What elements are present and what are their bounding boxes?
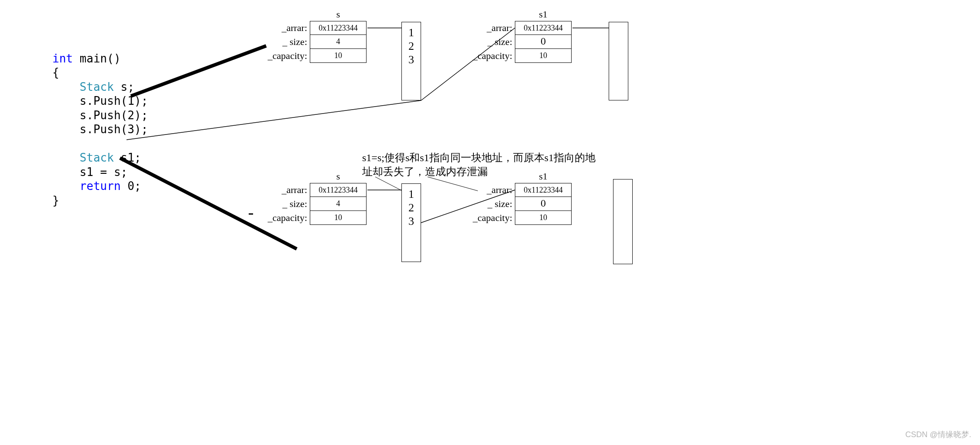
value-arrar: 0x11223344 bbox=[310, 183, 367, 197]
label-capacity: _capacity: bbox=[257, 50, 310, 62]
value-size: 0 bbox=[515, 197, 572, 211]
struct-s1-top: s1 _arrar: 0x11223344 _ size: 0 _capacit… bbox=[463, 9, 572, 63]
label-capacity: _capacity: bbox=[463, 212, 515, 224]
memory-box-bottom-right bbox=[613, 179, 633, 264]
svg-line-0 bbox=[131, 46, 266, 96]
value-arrar: 0x11223344 bbox=[310, 21, 367, 35]
value-capacity: 10 bbox=[515, 49, 572, 63]
code-block: int main() { Stack s; s.Push(1); s.Push(… bbox=[52, 37, 148, 207]
value-size: 4 bbox=[310, 197, 367, 211]
label-arrar: _arrar: bbox=[463, 22, 515, 34]
label-size: _ size: bbox=[257, 198, 310, 210]
type-stack: Stack bbox=[52, 151, 114, 164]
label-arrar: _arrar: bbox=[257, 22, 310, 34]
struct-s-bottom: s _arrar: 0x11223344 _ size: 4 _capacity… bbox=[257, 171, 367, 225]
annotation-text: s1=s;使得s和s1指向同一块地址，而原本s1指向的地 址却丢失了，造成内存泄… bbox=[362, 151, 646, 179]
label-arrar: _arrar: bbox=[463, 184, 515, 196]
watermark-text: CSDN @情缘晓梦. bbox=[905, 429, 971, 440]
svg-line-3 bbox=[127, 100, 421, 140]
memory-box-top-right bbox=[609, 22, 628, 100]
struct-title: s bbox=[310, 9, 367, 20]
label-size: _ size: bbox=[463, 198, 515, 210]
memory-box-top-left: 1 2 3 bbox=[401, 22, 421, 100]
kw-int: int bbox=[52, 52, 73, 65]
value-capacity: 10 bbox=[515, 211, 572, 225]
kw-return: return bbox=[52, 179, 121, 193]
label-arrar: _arrar: bbox=[257, 184, 310, 196]
value-capacity: 10 bbox=[310, 211, 367, 225]
type-stack: Stack bbox=[52, 80, 114, 93]
label-capacity: _capacity: bbox=[257, 212, 310, 224]
struct-s-top: s _arrar: 0x11223344 _ size: 4 _capacity… bbox=[257, 9, 367, 63]
memory-box-bottom-left: 1 2 3 bbox=[401, 183, 421, 262]
label-size: _ size: bbox=[257, 36, 310, 48]
label-capacity: _capacity: bbox=[463, 50, 515, 62]
value-arrar: 0x11223344 bbox=[515, 21, 572, 35]
value-size: 0 bbox=[515, 35, 572, 49]
value-size: 4 bbox=[310, 35, 367, 49]
struct-title: s1 bbox=[515, 9, 572, 20]
value-capacity: 10 bbox=[310, 49, 367, 63]
value-arrar: 0x11223344 bbox=[515, 183, 572, 197]
struct-title: s bbox=[310, 171, 367, 182]
label-size: _ size: bbox=[463, 36, 515, 48]
